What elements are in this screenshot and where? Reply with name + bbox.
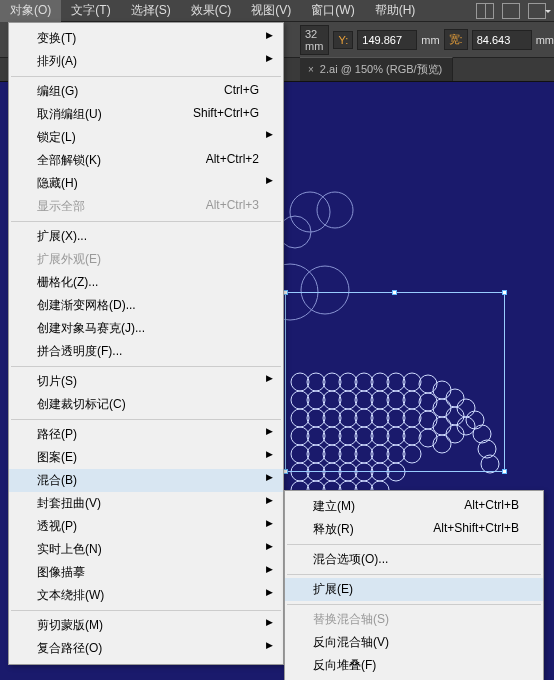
- menu-item-label: 拼合透明度(F)...: [37, 343, 122, 360]
- workspace-switcher-icon[interactable]: [528, 3, 546, 19]
- menu-item[interactable]: 扩展(X)...: [9, 225, 283, 248]
- menu-item[interactable]: 栅格化(Z)...: [9, 271, 283, 294]
- menu-item: 显示全部Alt+Ctrl+3: [9, 195, 283, 218]
- menu-shortcut: Shift+Ctrl+G: [193, 106, 259, 123]
- menu-item[interactable]: 复合路径(O)▶: [9, 637, 283, 660]
- handle-n[interactable]: [392, 290, 397, 295]
- menu-item-label: 扩展外观(E): [37, 251, 101, 268]
- menu-view[interactable]: 视图(V): [241, 0, 301, 22]
- handle-se[interactable]: [502, 469, 507, 474]
- menu-separator: [11, 419, 281, 420]
- menu-shortcut: Alt+Ctrl+2: [206, 152, 259, 169]
- menu-item[interactable]: 文本绕排(W)▶: [9, 584, 283, 607]
- menu-item[interactable]: 排列(A)▶: [9, 50, 283, 73]
- submenu-arrow-icon: ▶: [266, 426, 273, 436]
- menu-item-label: 扩展(E): [313, 581, 353, 598]
- menu-item[interactable]: 全部解锁(K)Alt+Ctrl+2: [9, 149, 283, 172]
- menu-separator: [11, 366, 281, 367]
- menu-item-label: 栅格化(Z)...: [37, 274, 98, 291]
- menu-separator: [11, 610, 281, 611]
- menu-item-label: 文本绕排(W): [37, 587, 104, 604]
- y-input[interactable]: [357, 30, 417, 50]
- submenu-arrow-icon: ▶: [266, 373, 273, 383]
- width-unit: mm: [536, 34, 554, 46]
- menu-item-label: 反向混合轴(V): [313, 634, 389, 651]
- menu-item-label: 路径(P): [37, 426, 77, 443]
- menu-item[interactable]: 剪切蒙版(M)▶: [9, 614, 283, 637]
- menu-item[interactable]: 拼合透明度(F)...: [9, 340, 283, 363]
- menu-separator: [287, 604, 541, 605]
- menu-item[interactable]: 图像描摹▶: [9, 561, 283, 584]
- menu-effect[interactable]: 效果(C): [181, 0, 242, 22]
- menu-separator: [287, 544, 541, 545]
- selection-box[interactable]: [285, 292, 505, 472]
- menu-item[interactable]: 混合选项(O)...: [285, 548, 543, 571]
- menu-item-label: 全部解锁(K): [37, 152, 101, 169]
- menu-item-label: 封套扭曲(V): [37, 495, 101, 512]
- menu-item[interactable]: 图案(E)▶: [9, 446, 283, 469]
- menu-item[interactable]: 反向堆叠(F): [285, 654, 543, 677]
- menu-item[interactable]: 创建渐变网格(D)...: [9, 294, 283, 317]
- menu-item-label: 剪切蒙版(M): [37, 617, 103, 634]
- handle-ne[interactable]: [502, 290, 507, 295]
- menu-window[interactable]: 窗口(W): [301, 0, 364, 22]
- menu-shortcut: Alt+Shift+Ctrl+B: [433, 521, 519, 538]
- menu-item[interactable]: 锁定(L)▶: [9, 126, 283, 149]
- menu-item-label: 混合选项(O)...: [313, 551, 388, 568]
- menubar: 对象(O) 文字(T) 选择(S) 效果(C) 视图(V) 窗口(W) 帮助(H…: [0, 0, 554, 22]
- submenu-arrow-icon: ▶: [266, 640, 273, 650]
- menu-item-label: 编组(G): [37, 83, 78, 100]
- menu-help[interactable]: 帮助(H): [365, 0, 426, 22]
- doc-layout-icon[interactable]: [476, 3, 494, 19]
- submenu-arrow-icon: ▶: [266, 449, 273, 459]
- y-unit: mm: [421, 34, 439, 46]
- menu-item[interactable]: 隐藏(H)▶: [9, 172, 283, 195]
- menu-item[interactable]: 释放(R)Alt+Shift+Ctrl+B: [285, 518, 543, 541]
- close-icon[interactable]: ×: [308, 64, 314, 75]
- menu-item[interactable]: 切片(S)▶: [9, 370, 283, 393]
- menu-item-label: 创建对象马赛克(J)...: [37, 320, 145, 337]
- menu-item-label: 排列(A): [37, 53, 77, 70]
- blend-submenu: 建立(M)Alt+Ctrl+B释放(R)Alt+Shift+Ctrl+B混合选项…: [284, 490, 544, 680]
- submenu-arrow-icon: ▶: [266, 617, 273, 627]
- menu-item[interactable]: 路径(P)▶: [9, 423, 283, 446]
- menu-item-label: 变换(T): [37, 30, 76, 47]
- menu-shortcut: Alt+Ctrl+B: [464, 498, 519, 515]
- menu-item[interactable]: 实时上色(N)▶: [9, 538, 283, 561]
- menu-item-label: 取消编组(U): [37, 106, 102, 123]
- menu-select[interactable]: 选择(S): [121, 0, 181, 22]
- menu-item[interactable]: 创建对象马赛克(J)...: [9, 317, 283, 340]
- menu-item[interactable]: 混合(B)▶: [9, 469, 283, 492]
- menu-item-label: 实时上色(N): [37, 541, 102, 558]
- menu-item[interactable]: 编组(G)Ctrl+G: [9, 80, 283, 103]
- menu-item-label: 创建渐变网格(D)...: [37, 297, 136, 314]
- menu-item-label: 替换混合轴(S): [313, 611, 389, 628]
- y-label: Y:: [333, 31, 353, 49]
- menu-item: 替换混合轴(S): [285, 608, 543, 631]
- menu-item-label: 创建裁切标记(C): [37, 396, 126, 413]
- submenu-arrow-icon: ▶: [266, 129, 273, 139]
- menu-item[interactable]: 创建裁切标记(C): [9, 393, 283, 416]
- menu-item-label: 图案(E): [37, 449, 77, 466]
- panel-icon[interactable]: [502, 3, 520, 19]
- x-unit-label: 32 mm: [300, 25, 329, 55]
- submenu-arrow-icon: ▶: [266, 564, 273, 574]
- menu-item-label: 复合路径(O): [37, 640, 102, 657]
- menu-item[interactable]: 透视(P)▶: [9, 515, 283, 538]
- menu-item[interactable]: 变换(T)▶: [9, 27, 283, 50]
- width-input[interactable]: [472, 30, 532, 50]
- menubar-icons: [476, 3, 554, 19]
- menu-item[interactable]: 反向混合轴(V): [285, 631, 543, 654]
- menu-type[interactable]: 文字(T): [61, 0, 120, 22]
- submenu-arrow-icon: ▶: [266, 53, 273, 63]
- menu-item[interactable]: 封套扭曲(V)▶: [9, 492, 283, 515]
- submenu-arrow-icon: ▶: [266, 472, 273, 482]
- menu-object[interactable]: 对象(O): [0, 0, 61, 22]
- menu-item[interactable]: 取消编组(U)Shift+Ctrl+G: [9, 103, 283, 126]
- menu-separator: [11, 221, 281, 222]
- submenu-arrow-icon: ▶: [266, 518, 273, 528]
- menu-item[interactable]: 扩展(E): [285, 578, 543, 601]
- document-tab[interactable]: × 2.ai @ 150% (RGB/预览): [300, 57, 453, 81]
- menu-item[interactable]: 建立(M)Alt+Ctrl+B: [285, 495, 543, 518]
- menu-item-label: 显示全部: [37, 198, 85, 215]
